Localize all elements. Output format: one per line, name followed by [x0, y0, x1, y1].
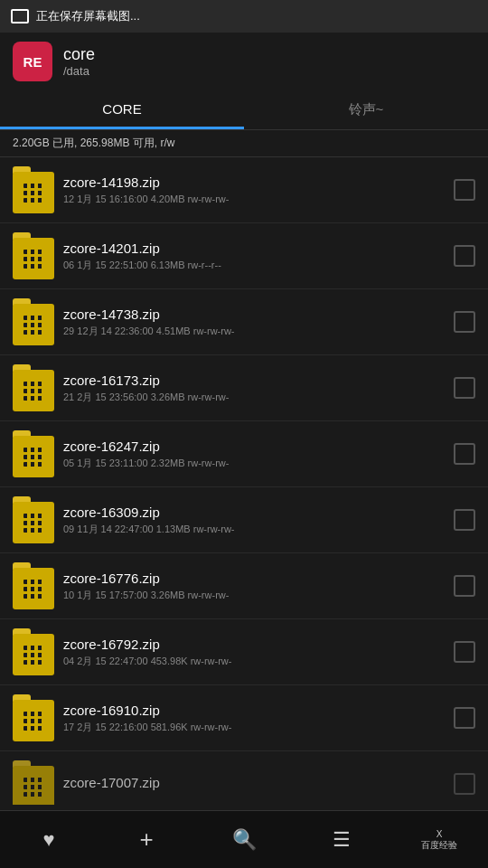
search-icon: 🔍 — [232, 828, 257, 852]
file-meta: 12 1月 15 16:16:00 4.20MB rw-rw-rw- — [63, 193, 445, 206]
file-meta: 09 11月 14 22:47:00 1.13MB rw-rw-rw- — [63, 523, 445, 536]
menu-icon: ☰ — [333, 828, 351, 852]
status-text: 正在保存屏幕截图... — [36, 8, 140, 24]
file-info: zcore-16247.zip 05 1月 15 23:11:00 2.32MB… — [63, 439, 445, 470]
status-bar: 正在保存屏幕截图... — [0, 0, 488, 33]
list-item[interactable]: zcore-16173.zip 21 2月 15 23:56:00 3.26MB… — [0, 355, 488, 421]
file-info: zcore-16910.zip 17 2月 15 22:16:00 581.96… — [63, 703, 445, 734]
app-header: RE core /data — [0, 33, 488, 90]
tabs: CORE 铃声~ — [0, 90, 488, 130]
file-info: zcore-16792.zip 04 2月 15 22:47:00 453.98… — [63, 637, 445, 668]
file-name: zcore-16247.zip — [63, 439, 445, 454]
app-title: core — [63, 45, 95, 64]
list-item[interactable]: zcore-16792.zip 04 2月 15 22:47:00 453.98… — [0, 619, 488, 685]
list-item[interactable]: zcore-17007.zip — [0, 751, 488, 805]
zip-file-icon — [13, 562, 54, 609]
zip-file-icon — [13, 430, 54, 477]
baidu-icon: X百度经验 — [421, 829, 457, 851]
nav-search[interactable]: 🔍 — [222, 818, 266, 862]
file-checkbox[interactable] — [454, 509, 475, 531]
nav-menu[interactable]: ☰ — [320, 818, 363, 862]
list-item[interactable]: zcore-14198.zip 12 1月 15 16:16:00 4.20MB… — [0, 157, 488, 223]
file-info: zcore-17007.zip — [63, 775, 445, 793]
heart-icon: ♥ — [42, 828, 54, 852]
zip-file-icon — [13, 232, 54, 279]
tab-ringtone[interactable]: 铃声~ — [244, 90, 488, 129]
tab-indicator — [0, 127, 244, 129]
bottom-nav: ♥ + 🔍 ☰ X百度经验 — [0, 810, 488, 868]
file-checkbox[interactable] — [454, 575, 475, 597]
file-name: zcore-14738.zip — [63, 307, 445, 322]
list-item[interactable]: zcore-14201.zip 06 1月 15 22:51:00 6.13MB… — [0, 223, 488, 289]
file-checkbox[interactable] — [454, 311, 475, 333]
file-info: zcore-14738.zip 29 12月 14 22:36:00 4.51M… — [63, 307, 445, 338]
screenshot-icon — [11, 9, 29, 24]
list-item[interactable]: zcore-16247.zip 05 1月 15 23:11:00 2.32MB… — [0, 421, 488, 487]
file-list[interactable]: zcore-14198.zip 12 1月 15 16:16:00 4.20MB… — [0, 157, 488, 805]
file-checkbox[interactable] — [454, 707, 475, 729]
file-checkbox[interactable] — [454, 179, 475, 201]
file-meta: 10 1月 15 17:57:00 3.26MB rw-rw-rw- — [63, 589, 445, 602]
file-info: zcore-14198.zip 12 1月 15 16:16:00 4.20MB… — [63, 175, 445, 206]
file-name: zcore-16910.zip — [63, 703, 445, 718]
file-name: zcore-16776.zip — [63, 571, 445, 586]
file-checkbox[interactable] — [454, 377, 475, 399]
file-meta: 21 2月 15 23:56:00 3.26MB rw-rw-rw- — [63, 391, 445, 404]
file-checkbox[interactable] — [454, 641, 475, 663]
plus-icon: + — [139, 826, 153, 854]
file-info: zcore-16173.zip 21 2月 15 23:56:00 3.26MB… — [63, 373, 445, 404]
zip-file-icon — [13, 364, 54, 411]
file-checkbox[interactable] — [454, 773, 475, 795]
app-subtitle: /data — [63, 64, 95, 78]
file-meta: 04 2月 15 22:47:00 453.98K rw-rw-rw- — [63, 655, 445, 668]
storage-info: 2.20GB 已用, 265.98MB 可用, r/w — [0, 130, 488, 157]
zip-file-icon — [13, 496, 54, 543]
file-checkbox[interactable] — [454, 443, 475, 465]
list-item[interactable]: zcore-14738.zip 29 12月 14 22:36:00 4.51M… — [0, 289, 488, 355]
file-meta: 05 1月 15 23:11:00 2.32MB rw-rw-rw- — [63, 457, 445, 470]
nav-add[interactable]: + — [125, 818, 168, 862]
list-item[interactable]: zcore-16309.zip 09 11月 14 22:47:00 1.13M… — [0, 487, 488, 553]
file-name: zcore-16792.zip — [63, 637, 445, 652]
nav-baidu[interactable]: X百度经验 — [418, 818, 461, 862]
list-item[interactable]: zcore-16910.zip 17 2月 15 22:16:00 581.96… — [0, 685, 488, 751]
zip-file-icon — [13, 760, 54, 805]
file-name: zcore-17007.zip — [63, 775, 445, 790]
zip-file-icon — [13, 694, 54, 741]
file-checkbox[interactable] — [454, 245, 475, 267]
file-meta: 29 12月 14 22:36:00 4.51MB rw-rw-rw- — [63, 325, 445, 338]
file-name: zcore-16309.zip — [63, 505, 445, 520]
file-name: zcore-14201.zip — [63, 241, 445, 256]
file-meta: 06 1月 15 22:51:00 6.13MB rw-r--r-- — [63, 259, 445, 272]
nav-favorites[interactable]: ♥ — [27, 818, 70, 862]
file-info: zcore-16776.zip 10 1月 15 17:57:00 3.26MB… — [63, 571, 445, 602]
zip-file-icon — [13, 628, 54, 675]
file-name: zcore-14198.zip — [63, 175, 445, 190]
zip-file-icon — [13, 166, 54, 213]
file-name: zcore-16173.zip — [63, 373, 445, 388]
app-icon: RE — [13, 42, 52, 81]
file-meta: 17 2月 15 22:16:00 581.96K rw-rw-rw- — [63, 721, 445, 734]
list-item[interactable]: zcore-16776.zip 10 1月 15 17:57:00 3.26MB… — [0, 553, 488, 619]
file-info: zcore-14201.zip 06 1月 15 22:51:00 6.13MB… — [63, 241, 445, 272]
file-info: zcore-16309.zip 09 11月 14 22:47:00 1.13M… — [63, 505, 445, 536]
zip-file-icon — [13, 298, 54, 345]
app-title-group: core /data — [63, 45, 95, 78]
tab-core[interactable]: CORE — [0, 90, 244, 129]
